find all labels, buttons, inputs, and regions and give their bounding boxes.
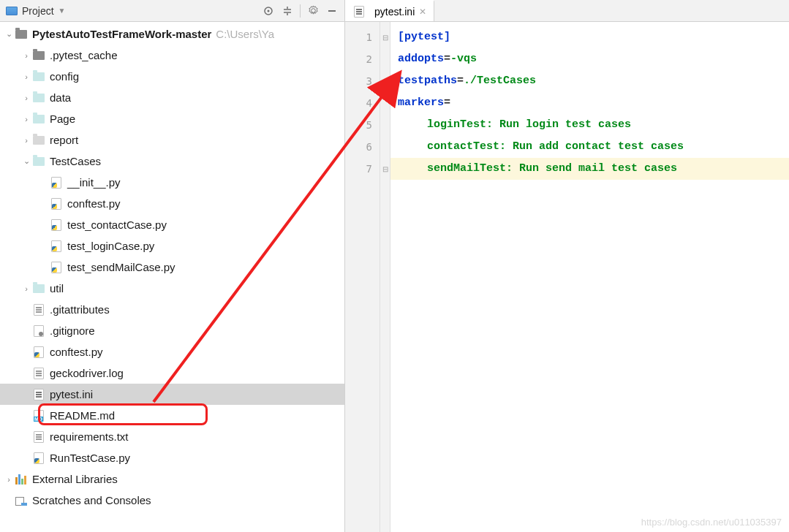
tree-item[interactable]: .gitignore: [0, 320, 344, 341]
project-panel-header: Project ▼: [0, 0, 344, 22]
tree-item[interactable]: ›config: [0, 66, 344, 87]
fold-gutter: ⊟⊟: [380, 22, 390, 532]
editor-tabs: pytest.ini ✕: [345, 0, 789, 22]
tree-item[interactable]: conftest.py: [0, 193, 344, 214]
tree-item[interactable]: RunTestCase.py: [0, 447, 344, 468]
tree-item[interactable]: requirements.txt: [0, 426, 344, 447]
tree-item[interactable]: test_contactCase.py: [0, 214, 344, 235]
tree-item[interactable]: pytest.ini: [0, 384, 344, 405]
gear-icon[interactable]: [306, 4, 320, 18]
tree-item[interactable]: geckodriver.log: [0, 362, 344, 384]
svg-point-1: [268, 10, 270, 12]
tree-item[interactable]: ›util: [0, 278, 344, 299]
line-gutter: 1234567: [345, 22, 380, 532]
scratches-consoles[interactable]: Scratches and Consoles: [0, 490, 344, 511]
tree-item[interactable]: test_sendMailCase.py: [0, 256, 344, 278]
tab-label: pytest.ini: [374, 6, 415, 18]
tree-item[interactable]: __init__.py: [0, 172, 344, 193]
editor-panel: pytest.ini ✕ 1234567 ⊟⊟ [pytest]addopts=…: [345, 0, 789, 532]
ini-file-icon: [354, 6, 364, 18]
tab-pytest-ini[interactable]: pytest.ini ✕: [345, 0, 434, 21]
project-panel: Project ▼ ⌄PytestAutoTestFrameWork-maste…: [0, 0, 345, 532]
editor-body[interactable]: 1234567 ⊟⊟ [pytest]addopts=-vqstestpaths…: [345, 22, 789, 532]
close-icon[interactable]: ✕: [419, 7, 426, 17]
tree-item[interactable]: ›report: [0, 129, 344, 151]
minimize-icon[interactable]: [325, 4, 339, 18]
chevron-down-icon[interactable]: ▼: [58, 7, 66, 15]
external-libraries[interactable]: ›External Libraries: [0, 468, 344, 490]
tree-item[interactable]: ⌄TestCases: [0, 151, 344, 172]
project-icon: [6, 7, 18, 15]
project-panel-title[interactable]: Project: [22, 5, 54, 17]
project-tree[interactable]: ⌄PytestAutoTestFrameWork-masterC:\Users\…: [0, 22, 344, 532]
tree-item[interactable]: README.md: [0, 405, 344, 426]
tree-item[interactable]: test_loginCase.py: [0, 235, 344, 256]
tree-item[interactable]: .gitattributes: [0, 299, 344, 320]
tree-item[interactable]: ›.pytest_cache: [0, 45, 344, 66]
svg-rect-2: [328, 10, 336, 12]
tree-item[interactable]: ›data: [0, 87, 344, 108]
collapse-icon[interactable]: [281, 4, 294, 18]
code-area[interactable]: [pytest]addopts=-vqstestpaths=./TestCase…: [390, 22, 789, 532]
tree-root[interactable]: ⌄PytestAutoTestFrameWork-masterC:\Users\…: [0, 23, 344, 45]
watermark: https://blog.csdn.net/u011035397: [641, 517, 782, 528]
target-icon[interactable]: [262, 4, 275, 18]
tree-item[interactable]: ›Page: [0, 108, 344, 129]
tree-item[interactable]: conftest.py: [0, 341, 344, 362]
